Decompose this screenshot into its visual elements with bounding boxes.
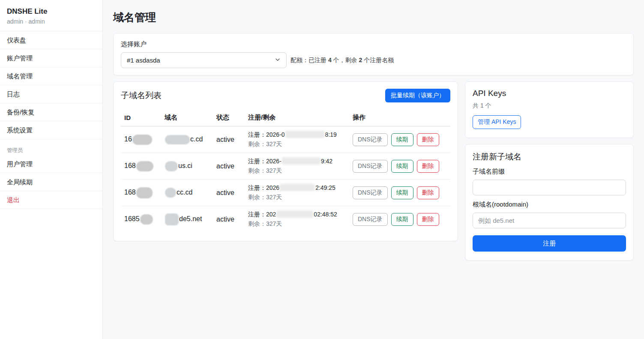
- renew-button[interactable]: 续期: [391, 213, 413, 226]
- domain-status: active: [213, 180, 245, 206]
- redacted-date: [285, 131, 325, 138]
- domain-id: 168: [121, 153, 161, 180]
- subdomain-card-header: 子域名列表 批量续期（该账户）: [121, 89, 450, 102]
- sidebar-item-global-renew[interactable]: 全局续期: [0, 173, 102, 191]
- api-keys-title: API Keys: [473, 89, 626, 98]
- remaining-days: 剩余：327天: [248, 220, 346, 228]
- column-header-id: ID: [121, 109, 161, 126]
- table-row: 16 c.cd active 注册：2026-08:19 剩余：327天 DNS…: [121, 126, 450, 153]
- redacted-id: [136, 161, 153, 171]
- account-select-value: #1 asdasda: [127, 57, 160, 64]
- row-actions: DNS记录 续期 删除: [353, 133, 447, 146]
- registration-cell: 注册：20202:48:52 剩余：327天: [245, 206, 349, 233]
- manage-api-keys-button[interactable]: 管理 API Keys: [473, 115, 521, 129]
- column-header-registration: 注册/剩余: [245, 109, 349, 126]
- registration-date: 注册：2026-9:42: [248, 157, 346, 165]
- register-submit-button[interactable]: 注册: [473, 235, 626, 252]
- delete-button[interactable]: 删除: [417, 213, 439, 226]
- column-header-domain: 域名: [161, 109, 213, 126]
- sidebar-item-domains[interactable]: 域名管理: [0, 67, 102, 85]
- registration-date: 注册：2026-08:19: [248, 131, 346, 139]
- redacted-domain: [165, 161, 178, 171]
- domain-id: 1685: [121, 206, 161, 233]
- dns-records-button[interactable]: DNS记录: [353, 160, 388, 173]
- redacted-id: [136, 187, 153, 198]
- sidebar: DNSHE Lite admin · admin 仪表盘 账户管理 域名管理 日…: [0, 0, 103, 339]
- quota-text: 配额：已注册 4 个，剩余 2 个注册名额: [291, 57, 394, 64]
- dns-records-button[interactable]: DNS记录: [353, 213, 388, 226]
- subdomain-prefix-label: 子域名前缀: [473, 168, 626, 176]
- row-actions: DNS记录 续期 删除: [353, 160, 447, 173]
- account-row: #1 asdasda 配额：已注册 4 个，剩余 2 个注册名额: [121, 52, 626, 68]
- registration-date: 注册：20202:48:52: [248, 210, 346, 219]
- domain-id: 16: [121, 126, 161, 153]
- delete-button[interactable]: 删除: [417, 186, 439, 199]
- domain-name: de5.net: [161, 206, 213, 233]
- table-header-row: ID 域名 状态 注册/剩余 操作: [121, 109, 450, 126]
- app-root: DNSHE Lite admin · admin 仪表盘 账户管理 域名管理 日…: [0, 0, 644, 339]
- registration-cell: 注册：20262:49:25 剩余：327天: [245, 180, 349, 206]
- account-select[interactable]: #1 asdasda: [121, 52, 287, 68]
- sidebar-item-settings[interactable]: 系统设置: [0, 121, 102, 139]
- sidebar-item-logs[interactable]: 日志: [0, 85, 102, 103]
- current-user: admin · admin: [7, 18, 96, 25]
- registration-date: 注册：20262:49:25: [248, 184, 346, 192]
- remaining-days: 剩余：327天: [248, 167, 346, 175]
- row-actions: DNS记录 续期 删除: [353, 186, 447, 199]
- dns-records-button[interactable]: DNS记录: [353, 133, 388, 146]
- sidebar-item-backup[interactable]: 备份/恢复: [0, 103, 102, 121]
- domain-name: c.cd: [161, 126, 213, 153]
- app-title: DNSHE Lite: [7, 7, 96, 16]
- domain-status: active: [213, 206, 245, 233]
- right-column: API Keys 共 1 个 管理 API Keys 注册新子域名 子域名前缀 …: [465, 81, 634, 261]
- renew-button[interactable]: 续期: [391, 160, 413, 173]
- redacted-domain: [165, 188, 176, 198]
- redacted-id: [132, 135, 152, 145]
- quota-registered-count: 4: [328, 57, 332, 63]
- domain-name: us.ci: [161, 153, 213, 180]
- content-row: 子域名列表 批量续期（该账户） ID 域名 状态 注册/剩余 操作: [113, 81, 634, 261]
- redacted-date: [280, 184, 315, 191]
- row-actions: DNS记录 续期 删除: [353, 213, 447, 226]
- bulk-renew-button[interactable]: 批量续期（该账户）: [385, 89, 450, 102]
- api-keys-count: 共 1 个: [473, 102, 626, 110]
- domain-status: active: [213, 126, 245, 153]
- sidebar-item-users[interactable]: 用户管理: [0, 155, 102, 173]
- register-title: 注册新子域名: [473, 151, 626, 162]
- delete-button[interactable]: 删除: [417, 160, 439, 173]
- remaining-days: 剩余：327天: [248, 194, 346, 201]
- rootdomain-input[interactable]: [473, 213, 626, 228]
- page-title: 域名管理: [113, 10, 634, 24]
- sidebar-item-dashboard[interactable]: 仪表盘: [0, 31, 102, 49]
- account-select-card: 选择账户 #1 asdasda 配额：已注册 4 个，剩余 2 个注册名额: [113, 33, 634, 75]
- subdomain-prefix-input[interactable]: [473, 180, 626, 195]
- remaining-days: 剩余：327天: [248, 141, 346, 148]
- subdomain-list-title: 子域名列表: [121, 90, 162, 101]
- renew-button[interactable]: 续期: [391, 133, 413, 146]
- subdomain-list-card: 子域名列表 批量续期（该账户） ID 域名 状态 注册/剩余 操作: [113, 81, 458, 241]
- column-header-actions: 操作: [349, 109, 450, 126]
- api-keys-card: API Keys 共 1 个 管理 API Keys: [465, 81, 634, 138]
- account-select-label: 选择账户: [121, 40, 626, 48]
- domain-status: active: [213, 153, 245, 180]
- table-row: 168 cc.cd active 注册：20262:49:25 剩余：327天 …: [121, 180, 450, 206]
- subdomain-table: ID 域名 状态 注册/剩余 操作 16 c.cd active: [121, 109, 450, 232]
- sidebar-section-admin: 管理员: [0, 139, 102, 155]
- redacted-date: [276, 210, 313, 218]
- redacted-domain: [165, 213, 179, 225]
- domain-id: 168: [121, 180, 161, 206]
- registration-cell: 注册：2026-9:42 剩余：327天: [245, 153, 349, 180]
- redacted-domain: [165, 135, 190, 144]
- register-subdomain-card: 注册新子域名 子域名前缀 根域名(rootdomain) 注册: [465, 144, 634, 261]
- table-row: 1685 de5.net active 注册：20202:48:52 剩余：32…: [121, 206, 450, 233]
- renew-button[interactable]: 续期: [391, 186, 413, 199]
- redacted-date: [282, 157, 321, 165]
- sidebar-item-accounts[interactable]: 账户管理: [0, 49, 102, 67]
- registration-cell: 注册：2026-08:19 剩余：327天: [245, 126, 349, 153]
- column-header-status: 状态: [213, 109, 245, 126]
- main-content: 域名管理 选择账户 #1 asdasda 配额：已注册 4 个，剩余 2 个注册…: [103, 0, 644, 339]
- sidebar-item-logout[interactable]: 退出: [0, 191, 102, 209]
- chevron-down-icon: [275, 57, 281, 64]
- delete-button[interactable]: 删除: [417, 133, 439, 146]
- dns-records-button[interactable]: DNS记录: [353, 186, 388, 199]
